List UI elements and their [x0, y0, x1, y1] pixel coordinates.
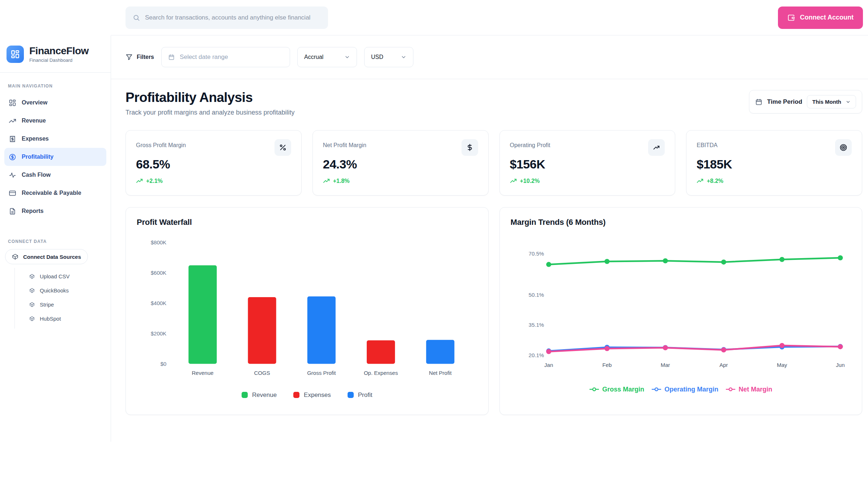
app-title: FinanceFlow — [29, 46, 89, 56]
sidebar-item-reports[interactable]: Reports — [4, 202, 106, 220]
source-item-upload-csv[interactable]: Upload CSV — [15, 269, 106, 283]
source-item-quickbooks[interactable]: QuickBooks — [15, 283, 106, 297]
chart-title: Margin Trends (6 Months) — [511, 218, 851, 227]
source-item-hubspot[interactable]: HubSpot — [15, 312, 106, 326]
page-subtitle: Track your profit margins and analyze bu… — [125, 109, 295, 116]
currency-select[interactable]: USD — [364, 47, 413, 67]
dollar-icon — [466, 144, 474, 151]
sidebar-item-label: Profitability — [22, 154, 54, 160]
sidebar-item-receivable-payable[interactable]: Receivable & Payable — [4, 184, 106, 202]
legend-swatch — [242, 392, 248, 398]
connect-data-label: CONNECT DATA — [4, 236, 106, 249]
main-content: Connect Account Filters Accrual USD — [111, 35, 868, 442]
legend-item: Profit — [348, 391, 373, 399]
y-axis-tick: 20.1% — [528, 352, 544, 358]
calendar-icon — [755, 98, 762, 106]
sidebar-item-expenses[interactable]: Expenses — [4, 130, 106, 148]
sidebar-item-label: Revenue — [22, 117, 46, 124]
y-axis-tick: 70.5% — [528, 251, 544, 257]
waterfall-legend: Revenue Expenses Profit — [137, 391, 477, 399]
filters-toggle[interactable]: Filters — [125, 53, 154, 61]
main-navigation-label: MAIN NAVIGATION — [4, 81, 106, 94]
y-axis-tick: $200K — [151, 330, 166, 337]
dollar-circle-icon — [9, 153, 16, 161]
kpi-label: Operating Profit — [510, 139, 550, 149]
time-period-select[interactable]: This Month — [807, 95, 856, 108]
source-item-stripe[interactable]: Stripe — [15, 297, 106, 312]
point-Gross Margin-Mar[interactable] — [663, 258, 668, 264]
receipt-icon — [9, 135, 16, 143]
connect-account-button[interactable]: Connect Account — [778, 7, 863, 29]
legend-item: Expenses — [293, 391, 331, 399]
accounting-basis-select[interactable]: Accrual — [297, 47, 357, 67]
point-Gross Margin-May[interactable] — [779, 257, 784, 262]
date-range-input[interactable] — [179, 53, 283, 61]
global-search[interactable] — [125, 7, 328, 29]
funnel-icon — [125, 53, 133, 61]
bar-Gross Profit[interactable] — [307, 296, 336, 364]
trending-up-icon — [697, 179, 703, 184]
bar-Net Profit[interactable] — [426, 340, 454, 364]
chevron-down-icon — [344, 54, 350, 60]
kpi-delta: +1.8% — [323, 178, 478, 184]
grid-icon — [10, 50, 20, 59]
line-dot-marker-icon — [589, 387, 599, 391]
sidebar-item-revenue[interactable]: Revenue — [4, 112, 106, 130]
kpi-value: $185K — [697, 157, 852, 171]
credit-card-icon — [9, 189, 16, 197]
page: FinanceFlow Financial Dashboard MAIN NAV… — [0, 0, 868, 442]
point-Gross Margin-Jan[interactable] — [546, 262, 551, 267]
x-axis-label: Net Profit — [429, 370, 452, 376]
profit-waterfall-chart: $0$200K$400K$600K$800KRevenueCOGSGross P… — [137, 234, 477, 390]
sidebar-item-overview[interactable]: Overview — [4, 94, 106, 112]
sidebar-item-profitability[interactable]: Profitability — [4, 148, 106, 166]
point-Net Margin-Jan[interactable] — [546, 349, 551, 354]
sidebar-item-cash-flow[interactable]: Cash Flow — [4, 166, 106, 184]
point-Gross Margin-Apr[interactable] — [721, 260, 726, 265]
file-text-icon — [9, 207, 16, 215]
profitability-page: Profitability Analysis Track your profit… — [111, 79, 868, 415]
app-shell: FinanceFlow Financial Dashboard MAIN NAV… — [0, 35, 868, 442]
kpi-value: 24.3% — [323, 157, 478, 171]
x-axis-label: May — [776, 362, 787, 368]
kpi-label: EBITDA — [697, 139, 718, 149]
trending-up-icon — [323, 179, 330, 184]
point-Gross Margin-Jun[interactable] — [838, 255, 843, 260]
bar-Op. Expenses[interactable] — [367, 341, 395, 364]
trending-up-icon — [510, 179, 517, 184]
point-Gross Margin-Feb[interactable] — [604, 259, 609, 264]
kpi-card-operating-profit: Operating Profit $156K +10.2% — [499, 130, 676, 196]
legend-item: Revenue — [242, 391, 277, 399]
legend-item: Net Margin — [726, 386, 772, 393]
line-Net Margin — [549, 346, 840, 352]
kpi-delta: +10.2% — [510, 178, 665, 184]
kpi-label: Net Profit Margin — [323, 139, 366, 149]
y-axis-tick: 50.1% — [528, 292, 544, 298]
bar-Revenue[interactable] — [188, 265, 217, 364]
x-axis-label: Gross Profit — [307, 370, 336, 376]
kpi-label: Gross Profit Margin — [136, 139, 186, 149]
kpi-value: $156K — [510, 157, 665, 171]
y-axis-tick: $400K — [151, 300, 166, 306]
point-Net Margin-Jun[interactable] — [838, 344, 843, 349]
search-input[interactable] — [144, 14, 321, 22]
legend-item: Gross Margin — [589, 386, 644, 393]
connect-data-sources-button[interactable]: Connect Data Sources — [5, 249, 88, 264]
point-Net Margin-May[interactable] — [779, 343, 784, 348]
legend-swatch — [293, 392, 299, 398]
activity-icon — [9, 171, 16, 179]
cube-icon — [12, 253, 18, 260]
point-Net Margin-Feb[interactable] — [604, 346, 609, 351]
point-Net Margin-Apr[interactable] — [721, 347, 726, 352]
bar-COGS[interactable] — [248, 297, 276, 364]
y-axis-tick: $0 — [160, 361, 166, 367]
date-range-field[interactable] — [161, 47, 290, 67]
sidebar: FinanceFlow Financial Dashboard MAIN NAV… — [0, 35, 111, 442]
x-axis-label: Op. Expenses — [364, 370, 398, 376]
trending-up-icon — [9, 117, 16, 125]
point-Net Margin-Mar[interactable] — [663, 345, 668, 350]
margin-legend: Gross Margin Operating Margin Net Margin — [511, 386, 851, 393]
calendar-icon — [168, 53, 175, 61]
kpi-card-ebitda: EBITDA $185K +8.2% — [686, 130, 862, 196]
x-axis-label: Jan — [544, 362, 553, 368]
